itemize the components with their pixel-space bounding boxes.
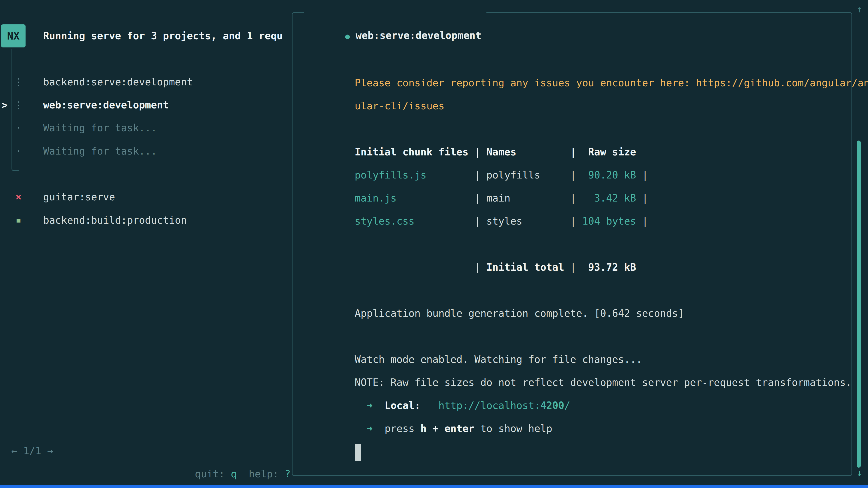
arrow-icon: ➜ [367,423,373,434]
quit-hint-label: quit: [195,468,231,480]
task-row-waiting-2[interactable]: · Waiting for task... [0,140,291,163]
spinner-icon: ⋮ [11,94,26,117]
indent [373,423,384,434]
local-url[interactable]: http://localhost:4200/ [438,400,570,411]
url-text: http://localhost: [438,400,540,411]
note-text: NOTE: Raw file sizes do not reflect deve… [355,377,852,388]
table-header-text: Initial chunk files | Names | Raw size [355,146,636,158]
table-separator: | [636,169,654,181]
indent [355,400,367,411]
indent [355,423,367,434]
chunk-file: polyfills.js [355,169,474,181]
chunk-name: polyfills [487,169,570,181]
task-row-web-serve-selected[interactable]: ⋮ web:serve:development [0,94,291,117]
initial-total-row: | Initial total | 93.72 kB [307,233,840,256]
chunk-file: main.js [355,192,474,204]
task-label: backend:build:production [43,209,187,232]
table-separator: | [564,261,588,273]
warning-text: Please consider reporting any issues you… [355,77,868,89]
task-row-backend-serve[interactable]: ⋮ backend:serve:development [0,70,291,94]
chunk-size: 104 bytes [582,215,636,227]
total-size: 93.72 kB [588,261,636,273]
chunk-file: styles.css [355,215,474,227]
scroll-down-icon[interactable]: ↓ [853,465,866,481]
pagination-control[interactable]: ← 1/1 → [11,440,53,462]
table-separator: | [570,192,594,204]
scroll-up-icon[interactable]: ↑ [853,1,866,17]
nx-tui-window: NX Running serve for 3 projects, and 1 r… [0,0,868,488]
scrollbar-thumb[interactable] [857,140,861,468]
chunk-name: main [487,192,570,204]
status-text: Application bundle generation complete. … [355,307,684,319]
indent [421,400,438,411]
bundle-complete-line: Application bundle generation complete. … [307,279,840,302]
table-separator: | [636,192,654,204]
hint-text: to show help [474,423,552,434]
table-separator: | [474,169,487,181]
table-separator: | [474,192,487,204]
url-port: 4200 [540,400,564,411]
chunk-table-header: Initial chunk files | Names | Raw size [307,118,840,140]
help-hint-label: help: [249,468,285,480]
waiting-dot-icon: · [11,116,26,139]
chunk-size: 90.20 kB [588,169,636,181]
status-text: Watch mode enabled. Watching for file ch… [355,354,642,365]
quit-key: q [231,468,237,480]
terminal-cursor [355,444,361,461]
table-separator: | [636,215,654,227]
task-label: guitar:serve [43,186,115,208]
help-key: ? [285,468,291,480]
task-label: Waiting for task... [43,140,157,163]
table-separator: | [474,215,487,227]
nx-logo: NX [1,24,26,47]
sidebar-title: Running serve for 3 projects, and 1 requ [43,24,291,47]
task-label: web:serve:development [43,94,169,117]
table-separator: | [570,215,582,227]
chunk-size: 3.42 kB [594,192,636,204]
url-text: / [564,400,570,411]
indent [373,400,384,411]
table-separator: | [355,261,487,273]
shortcut-hints: quit: q help: ? [171,440,291,462]
task-label: backend:serve:development [43,70,193,94]
table-separator: | [570,169,588,181]
local-label: Local: [384,400,421,411]
task-label: Waiting for task... [43,116,157,139]
hint-text: press [384,423,421,434]
hint-keys: h + enter [421,423,474,434]
running-dot-icon: ● [345,32,350,41]
spinner-icon: ⋮ [11,70,26,94]
warning-text: ular-cli/issues [355,100,444,111]
issue-report-line-1: Please consider reporting any issues you… [307,48,840,71]
task-row-guitar-serve[interactable]: × guitar:serve [0,186,291,208]
panel-title: ●web:serve:development [304,2,487,24]
waiting-dot-icon: · [11,140,26,163]
arrow-icon: ➜ [367,400,373,411]
total-label: Initial total [487,261,564,273]
terminal-output-panel[interactable]: ●web:serve:development Please consider r… [292,12,852,476]
panel-title-label: web:serve:development [355,30,481,41]
shortcut-separator [237,468,249,480]
bottom-edge-bar [0,485,868,488]
task-row-waiting-1[interactable]: · Waiting for task... [0,116,291,139]
failed-x-icon: × [11,186,26,208]
terminal-output: Please consider reporting any issues you… [307,48,840,440]
chunk-name: styles [487,215,570,227]
task-row-backend-build[interactable]: ■ backend:build:production [0,209,291,232]
success-square-icon: ■ [11,209,26,232]
watch-mode-line: Watch mode enabled. Watching for file ch… [307,325,840,348]
nx-logo-label: NX [7,30,20,42]
